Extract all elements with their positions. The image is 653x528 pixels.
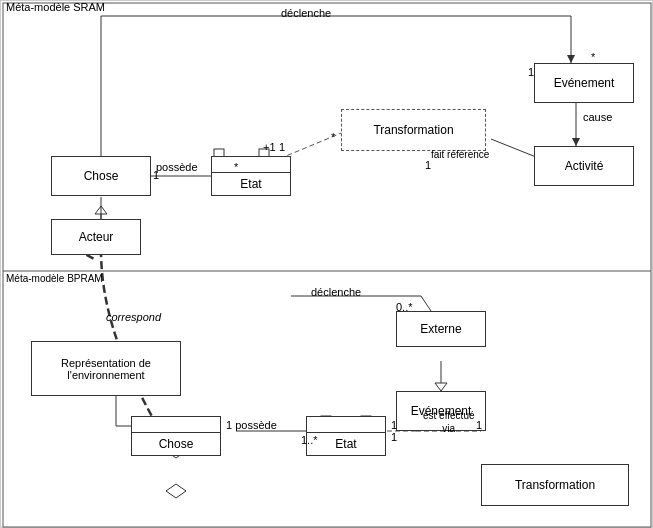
transformation-label-top: Transformation [373, 123, 453, 137]
svg-marker-13 [435, 383, 447, 391]
declenche-label-bottom: déclenche [311, 286, 361, 298]
one-star-etat-bottom: 1..* [301, 434, 318, 446]
evenement-label-top: Evénement [554, 76, 615, 90]
acteur-box: Acteur [51, 219, 141, 255]
etat-box-bottom: Etat [306, 416, 386, 456]
chose-label-bottom: Chose [132, 433, 220, 455]
acteur-label: Acteur [79, 230, 114, 244]
representation-label: Représentation del'environnement [61, 357, 151, 381]
activite-box: Activité [534, 146, 634, 186]
one-fait-ref: 1 [425, 159, 431, 171]
one-transfo-bottom: 1 [476, 419, 482, 431]
one-transfo-etat2: 1 [279, 141, 285, 153]
correspond-label: correspond [106, 311, 161, 323]
representation-box: Représentation del'environnement [31, 341, 181, 396]
evenement-box-top: Evénement [534, 63, 634, 103]
cause-label: cause [583, 111, 612, 123]
one-evenement: 1 [528, 66, 534, 78]
etat-bottom-top-bar [307, 417, 385, 433]
transformation-box-top: Transformation [341, 109, 486, 151]
svg-marker-2 [567, 55, 575, 63]
externe-box: Externe [396, 311, 486, 347]
star-transfo-top: * [331, 131, 335, 143]
transformation-label-bottom: Transformation [515, 478, 595, 492]
svg-marker-4 [572, 138, 580, 146]
transformation-box-bottom: Transformation [481, 464, 629, 506]
fait-reference-label: fait référence [431, 149, 489, 160]
chose-bottom-top-bar [132, 417, 220, 433]
meta-bpram-label: Méta-modèle BPRAM [6, 273, 103, 284]
externe-label: Externe [420, 322, 461, 336]
chose-label-top: Chose [84, 169, 119, 183]
star-evenement: * [591, 51, 595, 63]
possede-label-bottom: 1 possède [226, 419, 277, 431]
star-etat-top: * [234, 161, 238, 173]
one-evenement-bottom: 1 [391, 431, 397, 443]
one-etat-bottom-left: 1 [391, 419, 397, 431]
etat-box-top: Etat [211, 156, 291, 196]
zero-star-externe: 0..* [396, 301, 413, 313]
svg-marker-22 [166, 484, 186, 498]
possede-label-top: possède [156, 161, 198, 173]
diagram-container: Chose Etat Transformation Evénement Acti… [0, 0, 653, 528]
etat-top-bar [212, 157, 290, 173]
est-effectue-via-label: est effectuévia [423, 409, 475, 435]
activite-label: Activité [565, 159, 604, 173]
one-transfo-etat1: +1 [263, 141, 276, 153]
meta-sram-label: Méta-modèle SRAM [6, 1, 105, 13]
one-chose-top: 1 [153, 169, 159, 181]
chose-box-top: Chose [51, 156, 151, 196]
etat-label-bottom: Etat [307, 433, 385, 455]
etat-label-top: Etat [212, 173, 290, 195]
chose-box-bottom: Chose [131, 416, 221, 456]
declenche-label-top: déclenche [281, 7, 331, 19]
